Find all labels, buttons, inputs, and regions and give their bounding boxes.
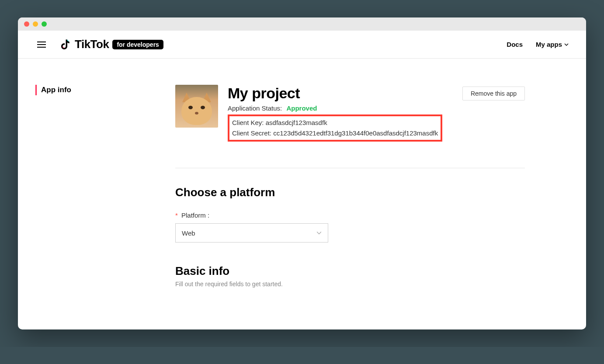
brand-badge: for developers	[112, 40, 163, 49]
platform-section-title: Choose a platform	[175, 186, 525, 199]
required-asterisk: *	[175, 211, 178, 219]
top-header: TikTok for developers Docs My apps	[18, 31, 586, 59]
content-area: App info My project Application Status: …	[18, 59, 586, 329]
chevron-down-icon	[316, 230, 322, 236]
client-secret-row: Client Secret: cc123d5d4321edtf31dg31b34…	[232, 128, 438, 139]
brand-name: TikTok	[75, 38, 109, 51]
window-maximize-button[interactable]	[42, 21, 47, 27]
platform-field-label: * Platform :	[175, 211, 525, 219]
platform-select[interactable]: Web	[175, 223, 328, 243]
client-key-label: Client Key:	[232, 119, 264, 126]
window-minimize-button[interactable]	[33, 21, 38, 27]
client-secret-label: Client Secret:	[232, 129, 271, 137]
window-close-button[interactable]	[24, 21, 29, 27]
sidebar: App info	[35, 85, 149, 312]
status-label: Application Status:	[228, 104, 282, 112]
app-header: My project Application Status: Approved …	[175, 85, 525, 142]
app-window: TikTok for developers Docs My apps App i…	[18, 17, 586, 329]
mac-titlebar	[18, 17, 586, 31]
nav-myapps[interactable]: My apps	[536, 41, 569, 48]
client-key-row: Client Key: asdfasdcjf123masdfk	[232, 118, 438, 128]
credentials-highlight: Client Key: asdfasdcjf123masdfk Client S…	[228, 114, 442, 142]
basic-info-section: Basic info Fill out the required fields …	[175, 264, 525, 288]
header-left: TikTok for developers	[35, 38, 163, 51]
chevron-down-icon	[564, 42, 569, 47]
platform-label-text: Platform	[181, 211, 206, 219]
platform-selected-value: Web	[182, 229, 195, 237]
basic-info-title: Basic info	[175, 264, 525, 278]
main-panel: My project Application Status: Approved …	[175, 85, 525, 312]
brand-logo[interactable]: TikTok for developers	[60, 38, 163, 51]
client-secret-value: cc123d5d4321edtf31dg31b344f0e0asdfasdcjf…	[273, 129, 438, 137]
client-key-value: asdfasdcjf123masdfk	[266, 119, 327, 126]
menu-icon[interactable]	[35, 40, 48, 49]
nav-myapps-label: My apps	[536, 41, 562, 48]
header-right: Docs My apps	[507, 41, 569, 48]
remove-app-button[interactable]: Remove this app	[462, 87, 525, 101]
tiktok-icon	[60, 38, 71, 51]
sidebar-item-app-info[interactable]: App info	[35, 85, 149, 95]
app-avatar	[175, 85, 218, 128]
basic-info-subtitle: Fill out the required fields to get star…	[175, 281, 525, 288]
nav-docs[interactable]: Docs	[507, 41, 523, 48]
status-row: Application Status: Approved	[228, 104, 525, 112]
status-badge: Approved	[286, 104, 317, 112]
divider	[175, 168, 525, 168]
